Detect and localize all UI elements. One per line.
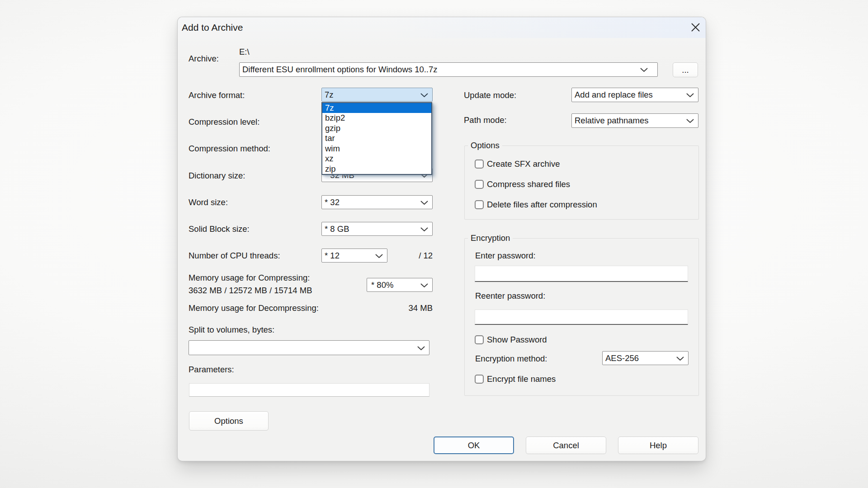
chevron-down-icon xyxy=(420,227,428,232)
dropdown-item-7z[interactable]: 7z xyxy=(322,103,431,113)
cpu-threads-value: * 12 xyxy=(325,249,340,262)
memory-decompressing-value: 34 MB xyxy=(374,302,433,314)
close-icon xyxy=(691,23,700,32)
enter-password-input[interactable] xyxy=(475,266,688,282)
options-button-label: Options xyxy=(214,416,243,426)
path-mode-label: Path mode: xyxy=(464,114,507,126)
help-button-label: Help xyxy=(650,441,667,450)
reenter-password-input[interactable] xyxy=(475,310,688,325)
dropdown-item-tar[interactable]: tar xyxy=(322,133,431,143)
encryption-method-combobox[interactable]: AES-256 xyxy=(602,351,689,365)
cpu-threads-combobox[interactable]: * 12 xyxy=(321,249,387,263)
options-group-title: Options xyxy=(468,140,502,151)
archive-format-label: Archive format: xyxy=(189,89,245,101)
word-size-label: Word size: xyxy=(189,197,228,208)
show-password-checkbox[interactable] xyxy=(475,335,484,344)
encryption-group: Encryption Enter password: Reenter passw… xyxy=(464,238,699,396)
cancel-button[interactable]: Cancel xyxy=(526,436,606,454)
archive-name-value: Different ESU enrollment options for Win… xyxy=(242,63,438,76)
path-mode-value: Relative pathnames xyxy=(575,114,649,127)
memory-compressing-label: Memory usage for Compressing: xyxy=(189,272,310,284)
update-mode-label: Update mode: xyxy=(464,89,516,101)
encryption-method-label: Encryption method: xyxy=(475,353,547,365)
help-button[interactable]: Help xyxy=(618,436,698,454)
encryption-method-value: AES-256 xyxy=(605,352,639,365)
browse-button-label: ... xyxy=(682,65,689,75)
chevron-down-icon xyxy=(640,68,648,72)
dropdown-item-zip[interactable]: zip xyxy=(322,164,431,174)
ok-button-label: OK xyxy=(468,441,480,450)
create-sfx-label: Create SFX archive xyxy=(487,158,560,170)
show-password-label: Show Password xyxy=(487,334,547,346)
cancel-button-label: Cancel xyxy=(553,441,579,450)
cpu-threads-total: / 12 xyxy=(387,250,433,262)
path-mode-combobox[interactable]: Relative pathnames xyxy=(571,113,698,128)
delete-files-checkbox[interactable] xyxy=(475,200,484,209)
chevron-down-icon xyxy=(375,254,383,258)
update-mode-combobox[interactable]: Add and replace files xyxy=(571,88,698,102)
dropdown-item-gzip[interactable]: gzip xyxy=(322,123,431,133)
chevron-down-icon xyxy=(676,357,684,361)
archive-format-combobox[interactable]: 7z xyxy=(321,88,433,102)
split-to-volumes-label: Split to volumes, bytes: xyxy=(189,324,274,336)
compress-shared-checkbox[interactable] xyxy=(475,180,484,189)
dictionary-size-label: Dictionary size: xyxy=(189,170,245,182)
add-to-archive-dialog: Add to Archive Archive: E:\ Different ES… xyxy=(178,17,706,461)
update-mode-value: Add and replace files xyxy=(575,88,653,102)
dropdown-item-wim[interactable]: wim xyxy=(322,144,431,154)
compress-shared-label: Compress shared files xyxy=(487,178,570,190)
archive-label: Archive: xyxy=(189,53,219,65)
chevron-down-icon xyxy=(420,93,428,98)
split-to-volumes-combobox[interactable] xyxy=(189,340,429,355)
chevron-down-icon xyxy=(420,201,428,205)
chevron-down-icon xyxy=(686,119,694,123)
solid-block-size-label: Solid Block size: xyxy=(189,223,250,235)
title-bar xyxy=(178,17,706,38)
reenter-password-label: Reenter password: xyxy=(475,290,545,302)
close-button[interactable] xyxy=(688,20,703,34)
dropdown-item-bzip2[interactable]: bzip2 xyxy=(322,113,431,123)
solid-block-size-combobox[interactable]: * 8 GB xyxy=(321,222,433,236)
encryption-group-title: Encryption xyxy=(468,232,513,244)
archive-drive-label: E:\ xyxy=(239,46,250,58)
archive-name-combobox[interactable]: Different ESU enrollment options for Win… xyxy=(239,62,658,77)
options-button[interactable]: Options xyxy=(189,411,269,431)
memory-compressing-detail: 3632 MB / 12572 MB / 15714 MB xyxy=(189,285,312,296)
memory-decompressing-label: Memory usage for Decompressing: xyxy=(189,302,319,314)
browse-button[interactable]: ... xyxy=(673,62,698,77)
archive-format-value: 7z xyxy=(325,88,334,101)
word-size-combobox[interactable]: * 32 xyxy=(321,195,433,209)
parameters-label: Parameters: xyxy=(189,364,234,375)
encrypt-names-label: Encrypt file names xyxy=(487,373,556,385)
parameters-input[interactable] xyxy=(189,383,429,397)
ok-button[interactable]: OK xyxy=(434,436,514,454)
memory-usage-value: * 80% xyxy=(371,278,393,291)
compression-method-label: Compression method: xyxy=(189,143,270,155)
create-sfx-checkbox[interactable] xyxy=(475,160,484,169)
chevron-down-icon xyxy=(686,93,694,98)
chevron-down-icon xyxy=(417,346,425,351)
dropdown-item-xz[interactable]: xz xyxy=(322,154,431,164)
compression-level-label: Compression level: xyxy=(189,116,259,128)
chevron-down-icon xyxy=(420,283,428,288)
enter-password-label: Enter password: xyxy=(475,250,536,262)
options-group: Options Create SFX archive Compress shar… xyxy=(464,145,699,220)
archive-format-dropdown-list: 7z bzip2 gzip tar wim xz zip xyxy=(321,102,432,175)
solid-block-size-value: * 8 GB xyxy=(325,222,349,235)
dialog-title: Add to Archive xyxy=(182,22,243,33)
word-size-value: * 32 xyxy=(325,196,340,209)
cpu-threads-label: Number of CPU threads: xyxy=(189,250,280,262)
encrypt-names-checkbox[interactable] xyxy=(475,375,484,384)
delete-files-label: Delete files after compression xyxy=(487,199,597,211)
memory-usage-combobox[interactable]: * 80% xyxy=(367,278,433,292)
